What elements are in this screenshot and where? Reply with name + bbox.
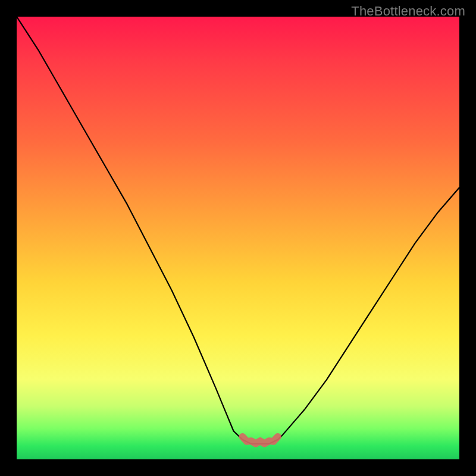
chart-svg <box>17 17 459 459</box>
plot-area <box>17 17 459 459</box>
chart-frame: TheBottleneck.com <box>0 0 476 476</box>
bottleneck-curve <box>17 17 459 444</box>
flat-ridge <box>242 437 278 443</box>
